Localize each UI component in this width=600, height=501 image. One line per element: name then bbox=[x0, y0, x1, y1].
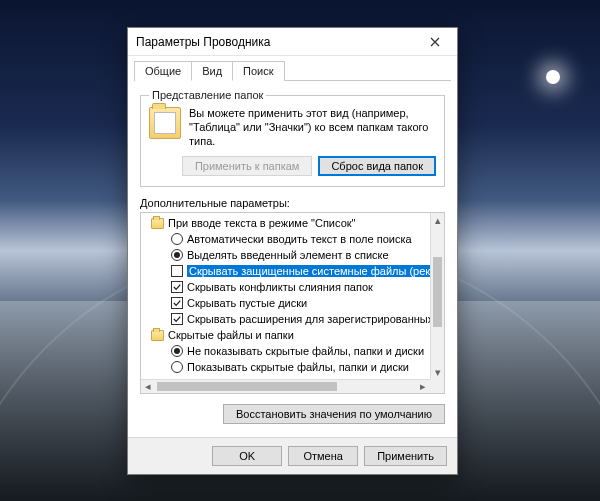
close-button[interactable] bbox=[415, 29, 455, 55]
tree-item[interactable]: Автоматически вводить текст в поле поиск… bbox=[141, 231, 430, 247]
dialog-button-bar: OK Отмена Применить bbox=[128, 437, 457, 474]
tree-item-label: Автоматически вводить текст в поле поиск… bbox=[187, 233, 416, 245]
tree-item-label: Скрывать конфликты слияния папок bbox=[187, 281, 377, 293]
apply-to-folders-button[interactable]: Применить к папкам bbox=[182, 156, 313, 176]
restore-defaults-button[interactable]: Восстановить значения по умолчанию bbox=[223, 404, 445, 424]
scroll-right-arrow-icon[interactable]: ▸ bbox=[416, 380, 430, 393]
apply-button[interactable]: Применить bbox=[364, 446, 447, 466]
horizontal-scrollbar[interactable]: ◂ ▸ bbox=[141, 379, 430, 393]
cancel-button[interactable]: Отмена bbox=[288, 446, 358, 466]
scroll-corner bbox=[430, 379, 444, 393]
scroll-down-arrow-icon[interactable]: ▾ bbox=[431, 365, 444, 379]
folder-views-legend: Представление папок bbox=[149, 89, 266, 101]
folder-views-desc: Вы можете применить этот вид (например, … bbox=[189, 107, 436, 148]
tree-item[interactable]: Скрывать конфликты слияния папок bbox=[141, 279, 430, 295]
tree-item[interactable]: Показывать скрытые файлы, папки и диски bbox=[141, 359, 430, 375]
folder-options-dialog: Параметры Проводника Общие Вид Поиск Пре… bbox=[127, 27, 458, 475]
window-title: Параметры Проводника bbox=[136, 35, 415, 49]
tree-item-label: Выделять введенный элемент в списке bbox=[187, 249, 393, 261]
tree-item[interactable]: Скрывать пустые диски bbox=[141, 295, 430, 311]
advanced-label: Дополнительные параметры: bbox=[140, 197, 445, 209]
tree-item[interactable]: Скрывать расширения для зарегистрированн… bbox=[141, 311, 430, 327]
tab-general[interactable]: Общие bbox=[134, 61, 192, 81]
folder-views-group: Представление папок Вы можете применить … bbox=[140, 89, 445, 187]
vertical-scrollbar[interactable]: ▴ ▾ bbox=[430, 213, 444, 379]
radio-icon bbox=[171, 249, 183, 261]
tree-item[interactable]: Не показывать скрытые файлы, папки и дис… bbox=[141, 343, 430, 359]
tree-item-label: При вводе текста в режиме "Список" bbox=[168, 217, 359, 229]
advanced-settings-list: При вводе текста в режиме "Список"Автома… bbox=[141, 213, 430, 379]
tree-item-label: Скрывать защищенные системные файлы (рек… bbox=[187, 265, 430, 277]
tree-group: При вводе текста в режиме "Список" bbox=[141, 215, 430, 231]
tab-panel-view: Представление папок Вы можете применить … bbox=[128, 81, 457, 437]
checkbox-icon bbox=[171, 281, 183, 293]
tree-item-label: Показывать скрытые файлы, папки и диски bbox=[187, 361, 413, 373]
scroll-up-arrow-icon[interactable]: ▴ bbox=[431, 213, 444, 227]
radio-icon bbox=[171, 233, 183, 245]
radio-icon bbox=[171, 345, 183, 357]
hscroll-track[interactable] bbox=[155, 380, 416, 393]
advanced-settings-tree[interactable]: При вводе текста в режиме "Список"Автома… bbox=[140, 212, 445, 394]
vscroll-thumb[interactable] bbox=[433, 257, 442, 327]
tabs: Общие Вид Поиск bbox=[128, 56, 457, 80]
tree-item-label: Не показывать скрытые файлы, папки и дис… bbox=[187, 345, 428, 357]
titlebar[interactable]: Параметры Проводника bbox=[128, 28, 457, 56]
tree-item-label: Скрытые файлы и папки bbox=[168, 329, 298, 341]
tab-search[interactable]: Поиск bbox=[232, 61, 284, 81]
tree-item-label: Скрывать расширения для зарегистрированн… bbox=[187, 313, 430, 325]
radio-icon bbox=[171, 361, 183, 373]
folder-icon bbox=[151, 330, 164, 341]
tree-item-label: Скрывать пустые диски bbox=[187, 297, 311, 309]
checkbox-icon bbox=[171, 265, 183, 277]
vscroll-track[interactable] bbox=[431, 227, 444, 365]
ok-button[interactable]: OK bbox=[212, 446, 282, 466]
folder-icon bbox=[151, 218, 164, 229]
scroll-left-arrow-icon[interactable]: ◂ bbox=[141, 380, 155, 393]
tree-group: Скрытые файлы и папки bbox=[141, 327, 430, 343]
hscroll-thumb[interactable] bbox=[157, 382, 337, 391]
close-icon bbox=[430, 37, 440, 47]
tab-view[interactable]: Вид bbox=[191, 61, 233, 81]
reset-folders-button[interactable]: Сброс вида папок bbox=[318, 156, 436, 176]
folder-icon bbox=[149, 107, 181, 139]
checkbox-icon bbox=[171, 313, 183, 325]
checkbox-icon bbox=[171, 297, 183, 309]
tree-item[interactable]: Скрывать защищенные системные файлы (рек… bbox=[141, 263, 430, 279]
tree-item[interactable]: Выделять введенный элемент в списке bbox=[141, 247, 430, 263]
